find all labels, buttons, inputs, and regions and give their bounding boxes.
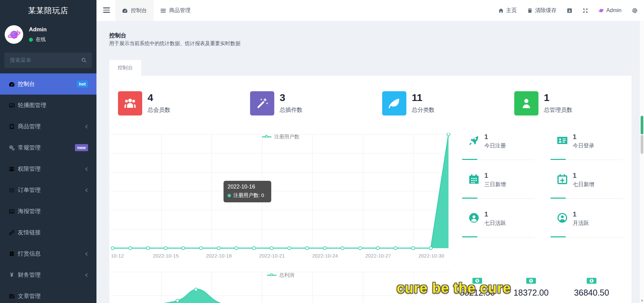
- dashboard-gauge-icon: [122, 8, 128, 13]
- mini-stat-7day-active: 1 七日活跃: [462, 210, 538, 238]
- mini-stat-label: 三日新增: [484, 181, 506, 188]
- sidebar-item-articles[interactable]: 文章管理: [0, 285, 96, 303]
- watermark-text: cure be the cure: [397, 280, 511, 296]
- user-circle-outline-icon: [557, 212, 568, 224]
- sidebar-item-links[interactable]: 友情链接: [0, 222, 96, 243]
- stat-label: 总管理员数: [544, 106, 572, 114]
- sidebar-item-label: 友情链接: [18, 229, 41, 236]
- page-title: 控制台: [109, 32, 126, 39]
- stat-total-members: 4 总会员数: [118, 91, 246, 115]
- mini-stat-value: 1: [484, 172, 488, 179]
- sidebar-item-label: 商品管理: [18, 123, 41, 130]
- home-button[interactable]: 主页: [498, 7, 517, 14]
- hamburger-menu-icon[interactable]: [103, 7, 110, 13]
- mini-stat-progress: [462, 160, 534, 160]
- stat-icon-box: [514, 91, 538, 115]
- new-badge: new: [75, 144, 88, 151]
- chart-point-marker: [176, 299, 179, 302]
- stat-icon-box: [118, 91, 142, 115]
- sidebar-item-label: 控制台: [18, 80, 35, 88]
- sidebar-item-label: 常规管理: [18, 144, 41, 152]
- chart-legend[interactable]: 注册用户数: [262, 134, 299, 140]
- stat-value: 3: [280, 92, 285, 103]
- money-bill-icon: [586, 275, 597, 286]
- content-tab-dashboard[interactable]: 控制台: [109, 60, 141, 76]
- trash-icon: [527, 8, 533, 13]
- mini-stat-value: 1: [573, 133, 576, 141]
- scroll-down-arrow-icon[interactable]: [640, 299, 644, 302]
- search-input[interactable]: [4, 53, 92, 68]
- avatar: [598, 8, 604, 13]
- stat-icon-box: [382, 91, 406, 115]
- scrollbar-thumb[interactable]: [641, 135, 643, 154]
- topbar-actions: 主页 清除缓存 Admin: [498, 0, 638, 21]
- stat-value: 1: [544, 92, 550, 103]
- sidebar-item-permissions[interactable]: 权限管理: [0, 158, 96, 179]
- mini-stat-value: 1: [573, 172, 576, 179]
- stat-value: 4: [148, 92, 153, 103]
- chevron-left-icon: [85, 250, 88, 258]
- tooltip-value-row: 注册用户数: 0: [228, 192, 267, 199]
- clear-cache-button[interactable]: 清除缓存: [527, 7, 557, 14]
- sidebar-item-orders[interactable]: 订单管理: [0, 179, 96, 201]
- tab-products[interactable]: 商品管理: [154, 0, 197, 21]
- sidebar-item-label: 财务管理: [18, 271, 41, 279]
- mini-stat-label: 七日新增: [573, 181, 594, 188]
- settings-button[interactable]: [632, 7, 638, 14]
- user-menu[interactable]: Admin: [598, 7, 621, 13]
- sidebar-item-finance[interactable]: ¥ 财务管理: [0, 264, 96, 285]
- gear-icon: [632, 7, 638, 14]
- dashboard-card: 4 总会员数 3 总插件数 11 总分类数 1 总管理员数: [109, 76, 632, 303]
- app-title: 某某陪玩店: [0, 0, 96, 21]
- users-icon: [9, 166, 15, 172]
- mini-stat-progress: [462, 237, 534, 237]
- legend-label: 注册用户数: [274, 134, 299, 140]
- chart-tooltip: 2022-10-16 注册用户数: 0: [224, 181, 271, 202]
- leaf-icon: [388, 97, 401, 110]
- user-status: 在线: [29, 36, 46, 43]
- registered-users-chart[interactable]: 注册用户数 2022-10-16 注册用户数: 0 10-12 2022-10-…: [111, 133, 450, 263]
- legend-line-marker-icon: [267, 275, 277, 276]
- sidebar-item-label: 订单管理: [18, 186, 41, 194]
- money-stat: 36840.50: [566, 275, 617, 298]
- x-tick-label: 2022-10-24: [312, 253, 338, 259]
- topbar-user-name: Admin: [606, 7, 621, 13]
- mini-stat-value: 1: [484, 210, 488, 218]
- home-icon: [498, 8, 504, 13]
- fullscreen-button[interactable]: [582, 8, 588, 13]
- sidebar-item-label: 海报管理: [18, 207, 41, 215]
- stat-label: 总分类数: [412, 106, 435, 114]
- calendar-plus-icon: [557, 173, 568, 185]
- chart-legend[interactable]: 总利润: [267, 272, 294, 278]
- chevron-left-icon: [85, 271, 88, 279]
- sidebar-item-carousel[interactable]: 轮播图管理: [0, 95, 96, 116]
- chevron-left-icon: [85, 186, 88, 194]
- stat-total-categories: 11 总分类数: [382, 91, 510, 115]
- chevron-left-icon: [85, 123, 88, 130]
- sidebar-user-panel: Admin 在线: [0, 21, 96, 53]
- legend-label: 总利润: [279, 272, 294, 278]
- page-scrollbar[interactable]: [639, 21, 644, 303]
- mini-stat-value: 1: [573, 210, 576, 218]
- book-icon: [9, 124, 15, 130]
- rocket-icon: [468, 135, 480, 146]
- tab-dashboard[interactable]: 控制台: [115, 0, 154, 21]
- sidebar-item-posters[interactable]: 海报管理: [0, 201, 96, 222]
- translate-button[interactable]: [567, 8, 572, 13]
- mini-stat-label: 月活跃: [573, 220, 589, 227]
- sidebar-item-general[interactable]: 常规管理 new: [0, 137, 96, 158]
- x-tick-label: 2022-10-27: [365, 253, 391, 259]
- sidebar-item-products[interactable]: 商品管理: [0, 116, 96, 137]
- hot-badge: hot: [77, 80, 88, 88]
- admin-user-icon: [520, 97, 533, 110]
- x-tick-label: 2022-10-18: [206, 253, 232, 259]
- money-stat: 18372.00: [506, 275, 556, 298]
- stat-label: 总插件数: [280, 106, 303, 114]
- yen-icon: ¥: [9, 272, 15, 278]
- money-value: 36840.50: [566, 288, 617, 298]
- sidebar-item-rewards[interactable]: 打赏信息: [0, 243, 96, 264]
- x-tick-label: 10-12: [111, 253, 124, 259]
- scrollbar-indicator[interactable]: [641, 116, 643, 134]
- sidebar-item-dashboard[interactable]: 控制台 hot: [0, 73, 96, 95]
- translate-icon: [567, 8, 572, 13]
